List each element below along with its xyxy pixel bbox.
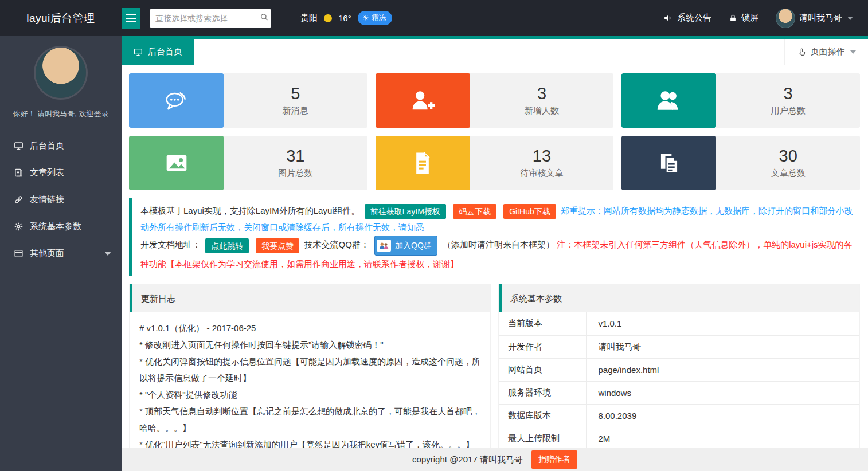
sidebar-avatar[interactable] [36,48,86,98]
sidebar-menu: 后台首页 文章列表 友情链接 系统基本参数 其他页面 [0,132,122,267]
panels-row: 更新日志 # v1.0.1（优化） - 2017-06-25 * 修改刚进入页面… [129,284,860,448]
stat-label: 新消息 [283,105,308,116]
table-row: 数据库版本 8.00.2039 [499,404,859,427]
menu-toggle-button[interactable] [122,8,140,29]
sidebar-item-other-pages[interactable]: 其他页面 [0,240,122,267]
frost-icon [362,14,369,21]
settings-icon [14,222,24,231]
github-download-button[interactable]: GitHub下载 [503,204,556,219]
stat-value: 31 [286,147,304,166]
stat-card-total-users[interactable]: 3 用户总数 [621,73,860,128]
join-qq-group-button[interactable]: 加入QQ群 [374,236,437,256]
docs-label: 开发文档地址： [140,240,201,250]
user-add-icon [408,86,437,116]
log-line: * 顶部天气信息自动判断位置【忘记之前是怎么想的做成北京的了，可能是我在大首都吧… [139,403,480,436]
log-line: * 修改刚进入页面无任何操作时按回车键提示"请输入解锁密码！" [139,336,480,353]
table-row: 服务器环境 windows [499,381,859,404]
qq-group-label: 技术交流QQ群： [304,240,369,250]
stat-cards: 5 新消息 3 新增人数 3 用户总数 [129,73,860,190]
system-announcement-button[interactable]: 系统公告 [663,13,711,23]
stat-value: 5 [291,85,300,103]
copyright-text: copyright @2017 请叫我马哥 [412,454,523,465]
stat-value: 3 [784,85,793,103]
system-params-table: 当前版本 v1.0.1 开发作者 请叫我马哥 网站首页 page/index.h… [499,312,859,448]
footer: copyright @2017 请叫我马哥 捐赠作者 [122,448,868,471]
sidebar-item-system-params[interactable]: 系统基本参数 [0,213,122,240]
like-button[interactable]: 我要点赞 [256,238,299,253]
table-row: 当前版本 v1.0.1 [499,312,859,335]
document-icon [14,168,24,178]
layim-auth-button[interactable]: 前往获取LayIM授权 [365,204,446,219]
top-header: layui后台管理 贵阳 16° 霜冻 系统公告 锁屏 请叫我马哥 [0,0,868,36]
link-icon [14,195,24,205]
username: 请叫我马哥 [799,13,842,23]
chevron-down-icon [104,252,111,256]
stat-card-total-images[interactable]: 31 图片总数 [129,136,367,190]
stat-value: 30 [779,147,797,166]
user-avatar[interactable] [776,9,795,28]
user-menu[interactable]: 请叫我马哥 [776,9,853,28]
chat-icon [162,86,191,116]
stat-card-total-articles[interactable]: 30 文章总数 [621,136,860,190]
stat-card-pending-articles[interactable]: 13 待审核文章 [376,136,614,190]
lock-screen-button[interactable]: 锁屏 [729,13,758,23]
table-row: 开发作者 请叫我马哥 [499,335,859,358]
tab-home[interactable]: 后台首页 [122,39,194,65]
docs-jump-button[interactable]: 点此跳转 [205,238,249,253]
update-log-panel: 更新日志 # v1.0.1（优化） - 2017-06-25 * 修改刚进入页面… [129,284,491,448]
page-actions-dropdown[interactable]: 页面操作 [784,39,868,65]
sidebar-item-links[interactable]: 友情链接 [0,186,122,213]
tab-bar: 后台首页 页面操作 [122,36,868,65]
stat-label: 用户总数 [771,105,806,116]
sidebar-greeting: 你好！ 请叫我马哥, 欢迎登录 [0,109,122,119]
documents-icon [654,148,684,178]
hand-pointer-icon [797,48,807,57]
gitee-download-button[interactable]: 码云下载 [453,204,496,219]
notice-block: 本模板基于Layui实现，支持除LayIM外所有的Layui组件。 前往获取La… [129,198,860,276]
search-input[interactable] [155,14,259,23]
sidebar: 你好！ 请叫我马哥, 欢迎登录 后台首页 文章列表 友情链接 系统基本参数 其他… [0,36,122,471]
stat-label: 文章总数 [771,168,806,179]
table-row: 最大上传限制 2M [499,427,859,448]
window-icon [14,249,24,258]
stat-card-new-users[interactable]: 3 新增人数 [376,73,614,128]
global-search[interactable] [150,9,271,28]
system-params-panel: 系统基本参数 当前版本 v1.0.1 开发作者 请叫我马哥 网站首页 [498,284,860,448]
update-log-body: # v1.0.1（优化） - 2017-06-25 * 修改刚进入页面无任何操作… [130,312,490,448]
sidebar-item-home[interactable]: 后台首页 [0,132,122,159]
app-logo: layui后台管理 [0,11,122,26]
log-line: * 优化关闭弹窗按钮的提示信息位置问题【可能是因为加载速度的原因，造成这个问题，… [139,353,480,386]
weather-condition-badge[interactable]: 霜冻 [358,11,392,25]
chevron-down-icon [847,17,853,20]
notice-text: 本模板基于Layui实现，支持除LayIM外所有的Layui组件。 [140,206,360,215]
qq-group-icon [377,240,391,252]
stat-card-new-messages[interactable]: 5 新消息 [129,73,367,128]
log-line: * 优化"用户列表"无法查询到新添加的用户【竟然是因为我把key值写错了，该死。… [139,436,480,448]
dashboard-content: 5 新消息 3 新增人数 3 用户总数 [122,65,868,448]
donate-button[interactable]: 捐赠作者 [531,450,577,469]
table-row: 网站首页 page/index.html [499,358,859,381]
users-icon [654,85,685,116]
weather-widget: 贵阳 16° 霜冻 [300,11,392,25]
monitor-icon [134,48,143,57]
weather-city: 贵阳 [300,13,318,23]
sidebar-item-articles[interactable]: 文章列表 [0,159,122,186]
log-line: * "个人资料"提供修改功能 [139,386,480,403]
stat-label: 待审核文章 [520,168,563,179]
speaker-icon [663,13,673,23]
weather-temperature: 16° [338,13,351,23]
search-icon[interactable] [259,12,269,25]
system-params-title: 系统基本参数 [499,284,859,312]
file-text-icon [408,148,437,178]
image-icon [162,148,191,178]
stat-value: 13 [533,147,551,166]
chevron-down-icon [850,50,856,54]
log-line: # v1.0.1（优化） - 2017-06-25 [139,320,480,336]
stat-value: 3 [537,85,546,103]
main-area: 后台首页 页面操作 5 新消息 [122,36,868,448]
qq-note: （添加时请注明来自本框架） [443,240,554,250]
stat-label: 图片总数 [278,168,312,179]
update-log-title: 更新日志 [130,284,490,312]
sun-icon [324,14,332,22]
monitor-icon [14,141,24,151]
